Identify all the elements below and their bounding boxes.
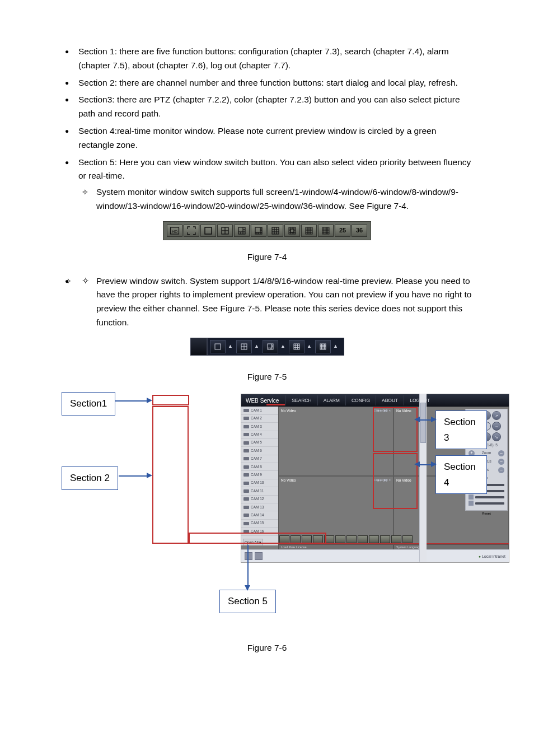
highlight-box [152,406,189,544]
highlight-box [373,407,418,452]
bullet-text: Section 4:real-time monitor window. Plea… [78,126,436,150]
tab-alarm[interactable]: ALARM [317,395,345,405]
bullet-continuation: ✧Preview window switch. System support 1… [62,274,472,330]
iris-minus-button[interactable]: – [498,467,504,473]
svg-rect-24 [291,229,294,232]
layout-36-icon[interactable]: 36 [352,225,367,237]
saturation-icon [469,494,474,500]
sidebar-cam[interactable]: CAM 4 [241,431,278,439]
preview-1-icon[interactable] [210,340,226,353]
ptz-down-right-icon[interactable]: ↘ [492,432,501,441]
highlight-box [189,533,326,544]
chevron-up-icon[interactable]: ▲ [253,340,261,352]
sidebar-cam[interactable]: CAM 1 [241,407,278,414]
preview-9-icon[interactable] [289,340,305,353]
saturation-slider[interactable] [475,496,504,498]
bullet-text: Section 5: Here you can view window swit… [78,157,471,181]
window-switch-strip: HD 25 36 [163,221,371,240]
figure-7-6-diagram: WEB Service SEARCH ALARM CONFIG ABOUT LO… [62,394,487,629]
ptz-right-icon[interactable]: → [492,422,501,431]
sub-item: ✧Preview window switch. System support 1… [62,274,472,330]
fullscreen-icon[interactable] [184,225,199,237]
sidebar-cam[interactable]: CAM 6 [241,447,278,455]
webui-sidebar: CAM 1 CAM 2 CAM 3 CAM 4 CAM 5 CAM 6 CAM … [241,407,278,545]
sidebar-cam[interactable]: CAM 12 [241,496,278,503]
layout-button[interactable] [402,535,413,543]
focus-minus-button[interactable]: – [498,459,504,465]
bullet-text: Section 2: there are channel number and … [78,78,458,87]
bullet-item: Section 2: there are channel number and … [62,76,472,90]
tab-config[interactable]: CONFIG [345,395,376,405]
zoom-minus-button[interactable]: – [498,450,504,456]
layout-button[interactable] [391,535,401,543]
sidebar-cam[interactable]: CAM 10 [241,479,278,487]
preview-16-icon[interactable] [315,340,331,353]
sidebar-cam[interactable]: CAM 7 [241,455,278,463]
highlight-box [373,453,418,509]
sidebar-cam[interactable]: CAM 15 [241,520,278,528]
figure-7-5-image: ▲ ▲ ▲ ▲ ▲ [62,338,472,360]
svg-rect-2 [205,227,212,234]
bullet-text: Section 1: there are five function butto… [78,46,449,70]
ptz-up-right-icon[interactable]: ↗ [492,411,501,420]
layout-16-icon[interactable] [301,225,317,237]
sub-text: System monitor window switch supports fu… [96,187,458,211]
figure-7-5-caption: Figure 7-5 [62,370,472,384]
hue-slider[interactable] [475,502,504,505]
webui-topbar: WEB Service SEARCH ALARM CONFIG ABOUT LO… [241,394,509,407]
bullet-list: Section 1: there are five function butto… [62,45,472,213]
sidebar-cam[interactable]: CAM 2 [241,415,278,423]
layout-8-icon[interactable] [251,225,266,237]
chevron-up-icon[interactable]: ▲ [332,340,340,352]
sidebar-cam[interactable]: CAM 9 [241,471,278,479]
preview-8-icon[interactable] [263,340,278,353]
layout-20-icon[interactable] [318,225,334,237]
chevron-up-icon[interactable]: ▲ [227,340,235,352]
taskbar: ● Local intranet [241,549,509,562]
svg-rect-18 [272,227,279,234]
taskbar-status: Local intranet [482,554,505,558]
svg-rect-6 [238,227,245,234]
reset-button[interactable]: Reset [479,512,494,515]
scrollbar[interactable] [419,394,427,562]
section1-label: Section1 [62,392,115,415]
highlight-box [152,395,189,405]
sidebar-cam[interactable]: CAM 14 [241,511,278,519]
sidebar-cam[interactable]: CAM 11 [241,487,278,495]
bullet-item: Section 5: Here you can view window swit… [62,156,472,213]
chevron-up-icon[interactable]: ▲ [279,340,287,352]
tab-about[interactable]: ABOUT [376,395,404,405]
section3-label: Section 3 [435,410,487,449]
hue-icon [469,501,474,506]
layout-6-icon[interactable] [234,225,250,237]
bullet-item: Section 1: there are five function butto… [62,45,472,73]
layout-25-icon[interactable]: 25 [335,225,350,237]
layout-9-icon[interactable] [268,225,283,237]
figure-7-6-caption: Figure 7-6 [62,641,472,655]
sidebar-cam[interactable]: CAM 13 [241,503,278,511]
chevron-up-icon[interactable]: ▲ [306,340,313,352]
layout-4-icon[interactable] [217,225,233,237]
section4-label: Section 4 [435,455,487,493]
layout-1-icon[interactable] [200,225,216,237]
sub-text: Preview window switch. System support 1/… [96,276,471,327]
svg-rect-48 [215,344,221,349]
sidebar-cam[interactable]: CAM 5 [241,439,278,447]
sidebar-cam[interactable]: CAM 8 [241,463,278,471]
layout-button[interactable] [335,535,345,543]
figure-7-4-caption: Figure 7-4 [62,250,472,264]
layout-button[interactable] [380,535,390,543]
hd-icon[interactable]: HD [167,225,182,237]
layout-13-icon[interactable] [284,225,300,237]
preview-4-icon[interactable] [236,340,252,353]
layout-button[interactable] [369,535,379,543]
layout-button[interactable] [358,535,368,543]
taskbar-icon [255,552,263,560]
layout-button[interactable] [346,535,357,543]
svg-rect-59 [294,344,299,349]
sub-item: System monitor window switch supports fu… [78,185,472,213]
bullet-text: Section3: there are PTZ (chapter 7.2.2),… [78,95,460,118]
preview-switch-strip: ▲ ▲ ▲ ▲ ▲ [207,338,344,356]
tab-search[interactable]: SEARCH [285,395,317,405]
sidebar-cam[interactable]: CAM 3 [241,423,278,431]
